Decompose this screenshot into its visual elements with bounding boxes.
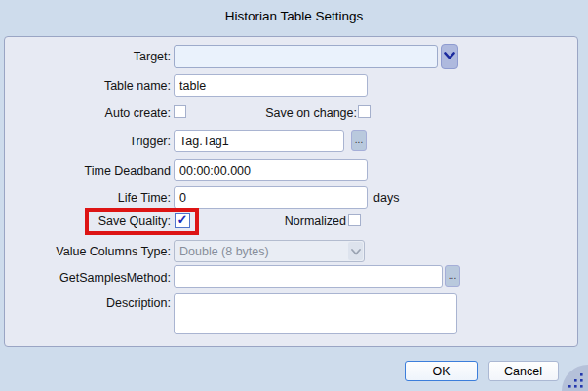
- get-samples-method-label: GetSamplesMethod:: [0, 271, 171, 285]
- value-columns-type-combobox: [174, 240, 365, 262]
- life-time-unit-label: days: [373, 191, 399, 205]
- normalized-checkbox[interactable]: [348, 214, 361, 226]
- chevron-down-icon: [444, 50, 455, 63]
- save-quality-label: Save Quality:: [0, 215, 171, 228]
- time-deadband-label: Time Deadband: [0, 164, 171, 177]
- cancel-button[interactable]: Cancel: [488, 361, 559, 381]
- value-columns-type-label: Value Columns Type:: [0, 245, 171, 258]
- chevron-down-gray-icon: [351, 245, 361, 258]
- table-name-label: Table name:: [0, 79, 171, 93]
- disabled-dropdown-button: [348, 242, 363, 260]
- description-textarea[interactable]: [174, 293, 457, 334]
- target-label: Target:: [0, 50, 171, 63]
- save-quality-checkbox[interactable]: ✓: [175, 213, 190, 228]
- historian-table-settings-dialog: Historian Table Settings Target: Table n…: [0, 0, 588, 391]
- auto-create-checkbox[interactable]: [174, 105, 186, 118]
- time-deadband-input[interactable]: [174, 159, 368, 181]
- life-time-input[interactable]: [174, 186, 368, 209]
- auto-create-label: Auto create:: [0, 106, 171, 120]
- save-on-change-label: Save on change:: [195, 106, 357, 120]
- ok-button[interactable]: OK: [405, 361, 478, 381]
- resize-grip[interactable]: [562, 365, 588, 391]
- save-on-change-checkbox[interactable]: [358, 105, 371, 118]
- description-label: Description:: [0, 296, 171, 310]
- trigger-input[interactable]: [174, 130, 344, 152]
- normalized-label: Normalized: [244, 215, 346, 228]
- trigger-browse-button[interactable]: ...: [351, 130, 367, 151]
- checkmark-icon: ✓: [177, 213, 188, 227]
- trigger-label: Trigger:: [0, 135, 171, 148]
- target-dropdown-button[interactable]: [441, 44, 458, 69]
- life-time-label: Life Time:: [0, 191, 171, 205]
- table-name-input[interactable]: [174, 74, 368, 97]
- target-combobox[interactable]: [174, 45, 438, 68]
- dialog-title: Historian Table Settings: [0, 9, 588, 23]
- get-samples-method-browse-button[interactable]: ...: [445, 265, 460, 287]
- get-samples-method-input[interactable]: [174, 265, 443, 288]
